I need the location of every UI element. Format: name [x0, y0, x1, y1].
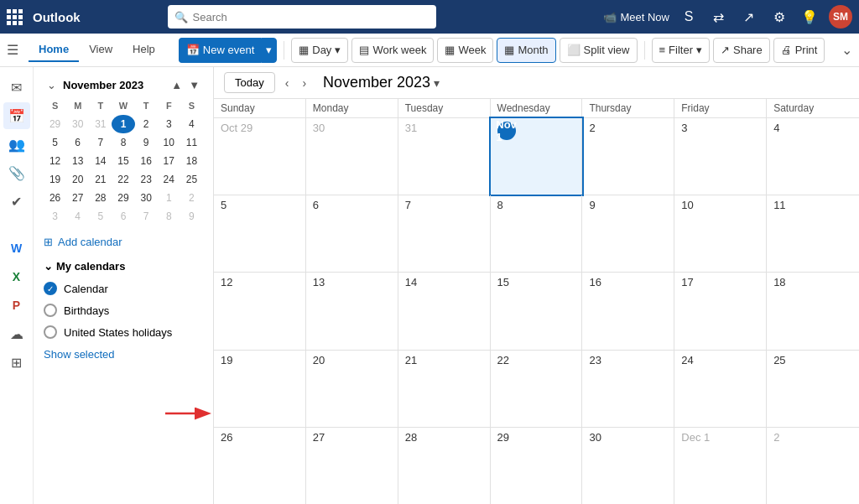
mini-cal-day[interactable]: 23 [135, 170, 158, 189]
new-event-button[interactable]: 📅 New event [179, 38, 261, 63]
mini-cal-day[interactable]: 3 [44, 207, 66, 226]
mini-cal-day[interactable]: 27 [66, 189, 89, 207]
waffle-icon[interactable] [7, 9, 23, 25]
mini-cal-day[interactable]: 8 [158, 207, 180, 226]
mini-cal-day[interactable]: 11 [180, 133, 203, 152]
avatar[interactable]: SM [829, 5, 852, 29]
search-bar[interactable]: 🔍 [168, 5, 436, 29]
cal-cell[interactable]: 15 [491, 273, 583, 349]
mini-cal-day[interactable]: 28 [89, 189, 112, 207]
mini-cal-day[interactable]: 31 [89, 115, 112, 133]
cal-cell[interactable]: 17 [674, 273, 767, 349]
feedback-icon[interactable]: ↗ [738, 6, 760, 28]
sidebar-icon-files[interactable]: 📎 [3, 159, 30, 186]
cal-cell[interactable]: 29 [491, 428, 583, 504]
mini-cal-day[interactable]: 8 [112, 133, 134, 152]
tab-home[interactable]: Home [29, 38, 79, 62]
mini-cal-next[interactable]: ▼ [185, 77, 203, 93]
mini-cal-day[interactable]: 13 [66, 152, 89, 170]
cal-cell[interactable]: 20 [306, 351, 398, 427]
month-button[interactable]: ▦ Month [497, 38, 555, 63]
share-button[interactable]: ↗ Share [713, 38, 770, 63]
cal-cell[interactable]: 19 [214, 351, 306, 427]
mini-cal-day[interactable]: 5 [44, 133, 66, 152]
cal-cell[interactable]: 6 [306, 195, 398, 272]
mini-cal-day[interactable]: 19 [44, 170, 66, 189]
add-calendar-button[interactable]: ⊞ Add calendar [34, 229, 213, 255]
cal-cell[interactable]: 10 [674, 195, 767, 272]
mini-cal-day[interactable]: 22 [112, 170, 134, 189]
mini-cal-day[interactable]: 7 [89, 133, 112, 152]
cal-cell[interactable]: 23 [582, 351, 674, 427]
mini-cal-day[interactable]: 29 [44, 115, 66, 133]
mini-cal-day[interactable]: 24 [158, 170, 180, 189]
mini-cal-day[interactable]: 30 [66, 115, 89, 133]
mini-cal-day[interactable]: 4 [180, 115, 203, 133]
cal-cell[interactable]: 28 [398, 428, 491, 504]
tab-view[interactable]: View [79, 38, 122, 62]
mini-cal-day[interactable]: 6 [112, 207, 134, 226]
cal-dropdown-icon[interactable]: ▾ [434, 76, 440, 90]
cal-cell[interactable]: 24 [674, 351, 767, 427]
cal-cell[interactable]: 31 [398, 118, 491, 195]
mini-cal-day[interactable]: 1 [112, 115, 134, 133]
work-week-button[interactable]: ▤ Work week [351, 38, 434, 63]
lightbulb-icon[interactable]: 💡 [799, 6, 820, 28]
cal-cell[interactable]: 13 [306, 273, 398, 349]
print-button[interactable]: 🖨 Print [773, 38, 825, 63]
mini-cal-day[interactable]: 4 [66, 207, 89, 226]
hamburger-icon[interactable]: ☰ [7, 42, 18, 58]
cal-cell[interactable]: 2 [582, 118, 674, 195]
mini-cal-day[interactable]: 7 [135, 207, 158, 226]
cal-cell[interactable]: 22 [491, 351, 583, 427]
mini-cal-day[interactable]: 2 [135, 115, 158, 133]
person-switch-icon[interactable]: ⇄ [708, 6, 730, 28]
cal-cell[interactable]: 11 [767, 195, 859, 272]
mini-cal-collapse[interactable]: ⌄ [44, 77, 60, 93]
cal-cell[interactable]: 21 [398, 351, 491, 427]
mini-cal-prev[interactable]: ▲ [168, 77, 185, 93]
mini-cal-day[interactable]: 29 [112, 189, 134, 207]
sidebar-icon-excel[interactable]: X [3, 263, 30, 290]
cal-cell[interactable]: 12 [214, 273, 306, 349]
sidebar-icon-word[interactable]: W [3, 235, 30, 262]
week-button[interactable]: ▦ Week [437, 38, 493, 63]
skype-icon[interactable]: S [678, 6, 700, 28]
cal-cell[interactable]: 25 [767, 351, 859, 427]
calendar-checkbox-calendar[interactable] [44, 282, 57, 295]
calendar-item-birthdays[interactable]: Birthdays [34, 299, 213, 321]
calendar-checkbox-birthdays[interactable] [44, 304, 57, 317]
mini-cal-day[interactable]: 1 [158, 189, 180, 207]
sidebar-icon-onedrive[interactable]: ☁ [3, 320, 30, 347]
sidebar-icon-contacts[interactable]: 👥 [3, 131, 30, 158]
day-view-button[interactable]: ▦ Day ▾ [291, 38, 348, 63]
cal-cell[interactable]: 8 [491, 195, 583, 272]
cal-cell[interactable]: Nov 1 [491, 118, 583, 195]
calendar-item-us-holidays[interactable]: United States holidays [34, 321, 213, 343]
cal-cell[interactable]: 18 [767, 273, 859, 349]
sidebar-icon-apps[interactable]: ⊞ [3, 349, 30, 376]
my-calendars-header[interactable]: ⌄ My calendars [34, 255, 213, 278]
sidebar-icon-todo[interactable]: ✔ [3, 188, 30, 215]
cal-cell[interactable]: Dec 1 [674, 428, 767, 504]
calendar-item-calendar[interactable]: Calendar [34, 278, 213, 299]
filter-button[interactable]: ≡ Filter ▾ [652, 38, 710, 63]
cal-cell[interactable]: 7 [398, 195, 491, 272]
cal-cell[interactable]: 2 [767, 428, 859, 504]
cal-next-button[interactable]: › [299, 73, 310, 93]
cal-prev-button[interactable]: ‹ [282, 73, 293, 93]
cal-cell[interactable]: 26 [214, 428, 306, 504]
mini-cal-day[interactable]: 2 [180, 189, 203, 207]
cal-cell[interactable]: 9 [582, 195, 674, 272]
mini-cal-day[interactable]: 14 [89, 152, 112, 170]
mini-cal-day[interactable]: 16 [135, 152, 158, 170]
mini-cal-day[interactable]: 10 [158, 133, 180, 152]
mini-cal-day[interactable]: 6 [66, 133, 89, 152]
ribbon-more-icon[interactable]: ⌄ [841, 42, 852, 58]
mini-cal-day[interactable]: 3 [158, 115, 180, 133]
new-event-dropdown[interactable]: ▾ [261, 38, 277, 63]
today-button[interactable]: Today [224, 72, 275, 93]
cal-cell[interactable]: 16 [582, 273, 674, 349]
mini-cal-day[interactable]: 25 [180, 170, 203, 189]
search-input[interactable] [193, 11, 430, 23]
